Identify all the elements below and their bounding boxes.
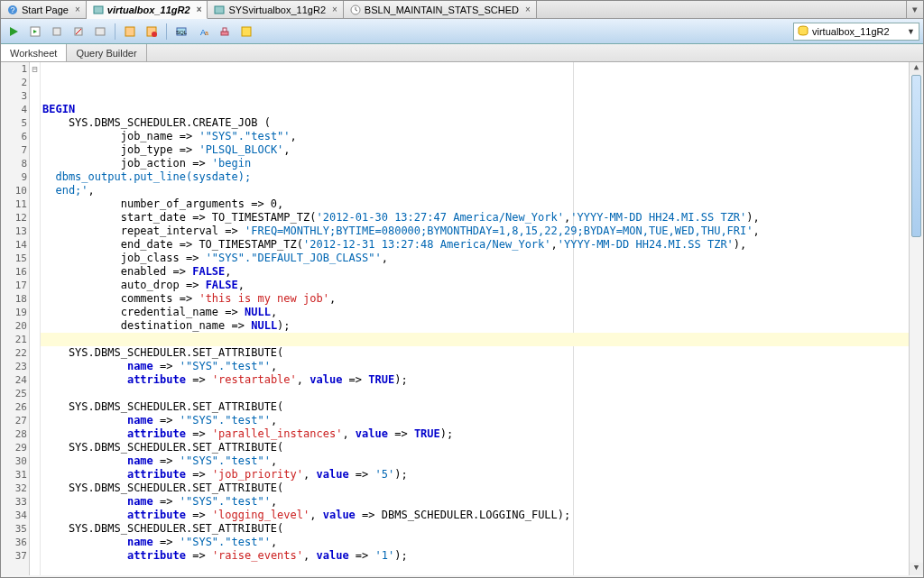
commit-icon[interactable] xyxy=(48,23,66,41)
sql-history-icon[interactable]: SQL xyxy=(172,23,190,41)
tab-querybuilder[interactable]: Query Builder xyxy=(67,44,146,61)
scroll-track[interactable] xyxy=(910,75,923,563)
help-icon: ? xyxy=(6,4,19,16)
svg-text:SQL: SQL xyxy=(176,30,187,35)
svg-text:a: a xyxy=(205,30,208,36)
svg-point-11 xyxy=(152,32,157,37)
unshared-icon[interactable] xyxy=(143,23,161,41)
autotrace-icon[interactable] xyxy=(121,23,139,41)
clear-icon[interactable] xyxy=(216,23,234,41)
minimize-panel-icon[interactable]: ▾ xyxy=(906,1,923,18)
tab-sysvirtualbox[interactable]: SYSvirtualbox_11gR2 × xyxy=(208,1,343,18)
svg-rect-17 xyxy=(223,28,226,32)
clock-icon xyxy=(349,4,362,16)
tab-label: BSLN_MAINTAIN_STATS_SCHED xyxy=(365,5,519,15)
svg-rect-8 xyxy=(96,28,105,35)
line-gutter: 1234567891011121314151617181920212223242… xyxy=(1,62,30,575)
file-tabs: ? Start Page × virtualbox_11gR2 × SYSvir… xyxy=(1,1,923,19)
tab-start-page[interactable]: ? Start Page × xyxy=(1,1,87,18)
svg-rect-16 xyxy=(221,32,228,35)
tab-virtualbox[interactable]: virtualbox_11gR2 × xyxy=(87,1,208,19)
worksheet-tabs: Worksheet Query Builder xyxy=(1,44,923,62)
to-upper-icon[interactable]: Aa xyxy=(194,23,212,41)
run-icon[interactable] xyxy=(5,23,23,41)
scroll-up-icon[interactable]: ▲ xyxy=(910,62,923,75)
tab-label: virtualbox_11gR2 xyxy=(107,5,190,15)
svg-rect-9 xyxy=(125,27,134,36)
scroll-down-icon[interactable]: ▼ xyxy=(910,563,923,575)
close-icon[interactable]: × xyxy=(332,5,337,14)
run-script-icon[interactable] xyxy=(26,23,44,41)
svg-text:?: ? xyxy=(10,5,14,14)
sql-icon xyxy=(213,4,226,16)
svg-rect-3 xyxy=(215,6,224,14)
code-editor: 1234567891011121314151617181920212223242… xyxy=(1,62,923,575)
tab-bsln[interactable]: BSLN_MAINTAIN_STATS_SCHED × xyxy=(344,1,537,18)
tab-label: SYSvirtualbox_11gR2 xyxy=(228,5,326,15)
rollback-icon[interactable] xyxy=(69,23,88,41)
chevron-down-icon: ▼ xyxy=(907,27,915,36)
close-icon[interactable]: × xyxy=(197,5,202,14)
database-icon xyxy=(798,25,808,38)
code-area[interactable]: BEGIN SYS.DBMS_SCHEDULER.CREATE_JOB ( jo… xyxy=(41,62,909,575)
svg-rect-6 xyxy=(53,28,60,35)
connection-dropdown[interactable]: virtualbox_11gR2 ▼ xyxy=(793,23,919,41)
svg-rect-18 xyxy=(242,27,251,36)
close-icon[interactable]: × xyxy=(525,5,531,14)
tab-label: Start Page xyxy=(22,5,69,15)
svg-rect-2 xyxy=(94,6,103,14)
tab-worksheet[interactable]: Worksheet xyxy=(1,44,67,61)
dbms-output-icon[interactable] xyxy=(237,23,255,41)
explain-plan-icon[interactable] xyxy=(91,23,109,41)
toolbar: SQL Aa virtualbox_11gR2 ▼ xyxy=(1,19,923,44)
sql-icon xyxy=(92,4,105,16)
scroll-thumb[interactable] xyxy=(911,75,921,237)
close-icon[interactable]: × xyxy=(75,5,80,14)
fold-strip[interactable]: ⊟ xyxy=(30,62,41,575)
connection-label: virtualbox_11gR2 xyxy=(812,26,890,37)
vertical-scrollbar[interactable]: ▲ ▼ xyxy=(909,62,923,575)
